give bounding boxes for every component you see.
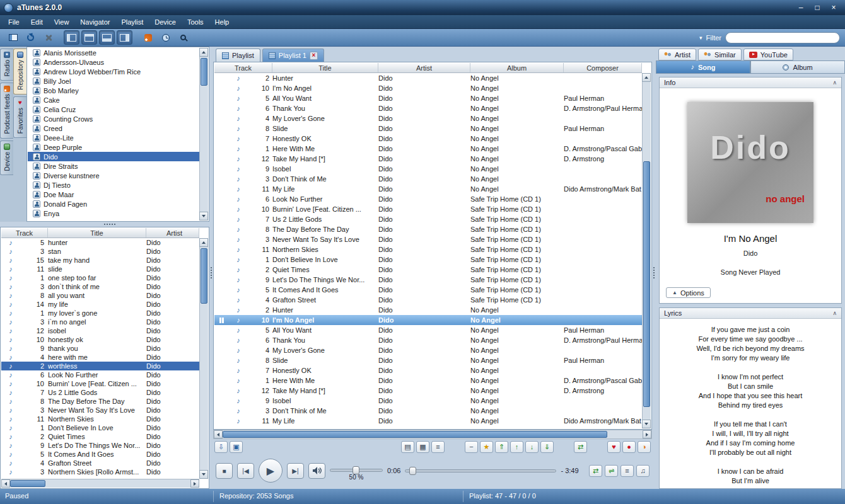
navigation-table-row[interactable]: ♪8all you wantDido xyxy=(1,291,199,300)
navigation-table-row[interactable]: ♪9thank youDido xyxy=(1,344,199,353)
playlist-row[interactable]: ♪12Take My Hand [*]DidoNo AngelD. Armstr… xyxy=(214,154,642,164)
tab-similar[interactable]: Similar xyxy=(698,49,742,60)
scroll-up-button[interactable] xyxy=(199,48,208,57)
minimize-button[interactable]: – xyxy=(793,3,808,13)
navigation-table-row[interactable]: ♪3stanDido xyxy=(1,247,199,256)
scrollbar-thumb[interactable] xyxy=(201,248,207,304)
search-button[interactable] xyxy=(175,30,191,45)
column-header-album[interactable]: Album xyxy=(470,63,564,72)
layout-toggle-context-button[interactable] xyxy=(117,30,132,45)
tab-song[interactable]: ♪ Song xyxy=(656,60,750,74)
move-down-button[interactable]: ↓ xyxy=(525,441,539,453)
playlist-row[interactable]: ♪9IsobelDidoNo Angel xyxy=(214,396,642,406)
column-header-artist[interactable]: Artist xyxy=(378,63,470,72)
playlist-row[interactable]: ♪5All You WantDidoNo AngelPaul Herman xyxy=(214,93,642,103)
artist-tree-item[interactable]: Doe Maar xyxy=(28,190,199,199)
navigation-table-row[interactable]: ♪11Northern SkiesDido xyxy=(1,415,199,423)
stats-button[interactable] xyxy=(158,30,173,45)
navigation-table-row[interactable]: ♪15take my handDido xyxy=(1,256,199,265)
navigation-table-row[interactable]: ♪1one step too farDido xyxy=(1,273,199,282)
playlist-row[interactable]: ♪3Don't Think of MeDidoNo Angel xyxy=(214,406,642,416)
stop-button[interactable]: ■ xyxy=(216,463,233,479)
filter-caret-icon[interactable]: ▾ xyxy=(699,35,702,41)
navigation-table-row[interactable]: ♪12isobelDido xyxy=(1,326,199,335)
layout-toggle-navigator-button[interactable] xyxy=(64,30,79,45)
navigation-table-row[interactable]: ♪10honestly okDido xyxy=(1,335,199,344)
previous-button[interactable]: |◀ xyxy=(237,463,254,479)
playlist-row[interactable]: ♪1Here With MeDidoNo AngelD. Armstrong/P… xyxy=(214,144,642,154)
playlist-row[interactable]: ♪10I'm No AngelDidoNo Angel xyxy=(214,83,642,93)
scrollbar-thumb[interactable] xyxy=(201,58,207,86)
artist-tree-item[interactable]: Deep Purple xyxy=(28,142,199,152)
navigation-table-row[interactable]: ♪10Burnin' Love [Feat. Citizen ...Dido xyxy=(1,379,199,388)
column-header-artist[interactable]: Artist xyxy=(146,228,199,238)
menu-help[interactable]: Help xyxy=(209,16,235,28)
show-playlist-view-button[interactable]: ≡ xyxy=(621,465,634,477)
scroll-down-button[interactable] xyxy=(642,420,651,428)
playlist-row[interactable]: ♪4My Lover's GoneDidoNo Angel xyxy=(214,113,642,123)
navigation-table-row[interactable]: ♪3don`t think of meDido xyxy=(1,282,199,291)
menu-file[interactable]: File xyxy=(3,16,25,28)
navigation-table-row[interactable]: ♪5hunterDido xyxy=(1,238,199,247)
navigation-table-row[interactable]: ♪4Grafton StreetDido xyxy=(1,459,199,467)
love-album-button[interactable]: ◑ xyxy=(638,441,651,453)
tab-artist[interactable]: Artist xyxy=(658,49,696,60)
playlist-row[interactable]: ♪3Don't Think of MeDidoNo Angel xyxy=(214,174,642,184)
artist-tree-item[interactable]: Alanis Morissette xyxy=(28,48,199,57)
playlist-row[interactable]: ♪9IsobelDidoNo Angel xyxy=(214,164,642,174)
navigation-table-row[interactable]: ♪8The Day Before The DayDido xyxy=(1,397,199,406)
playlist-row[interactable]: ♪3Never Want To Say It's LoveDidoSafe Tr… xyxy=(214,234,642,244)
playlist-row[interactable]: ♪10I'm No AngelDidoNo Angel xyxy=(214,315,642,325)
playlist-row[interactable]: ♪6Thank YouDidoNo AngelD. Armstrong/Paul… xyxy=(214,335,642,345)
close-tab-button[interactable]: × xyxy=(310,52,318,60)
favorite-star-button[interactable]: ★ xyxy=(480,441,493,453)
move-to-top-button[interactable]: ⇑ xyxy=(495,441,508,453)
scrollbar-thumb[interactable] xyxy=(10,480,45,487)
navigation-table-horizontal-scrollbar[interactable] xyxy=(1,479,199,488)
scroll-down-button[interactable] xyxy=(199,470,208,479)
playlist-row[interactable]: ♪7Honestly OKDidoNo Angel xyxy=(214,134,642,144)
toggle-navigator-button[interactable] xyxy=(5,30,21,45)
artist-tree-item[interactable]: Bob Marley xyxy=(28,86,199,95)
playlist-row[interactable]: ♪8SlideDidoNo AngelPaul Herman xyxy=(214,123,642,134)
options-button[interactable]: ▲ Options xyxy=(666,287,711,298)
scroll-up-button[interactable] xyxy=(199,238,208,247)
artist-tree-item[interactable]: Billy Joel xyxy=(28,76,199,86)
artist-tree-item[interactable]: Counting Crows xyxy=(28,114,199,123)
playlist-row[interactable]: ♪10Burnin' Love [Feat. Citizen ...DidoSa… xyxy=(214,204,642,214)
progress-knob[interactable] xyxy=(409,467,416,475)
love-song-button[interactable]: ● xyxy=(622,441,636,453)
playlist-row[interactable]: ♪12Take My Hand [*]DidoNo AngelD. Armstr… xyxy=(214,386,642,396)
artist-tree-item[interactable]: Dire Straits xyxy=(28,161,199,171)
move-to-bottom-button[interactable]: ⇓ xyxy=(540,441,554,453)
navigation-table-row[interactable]: ♪6Look No FurtherDido xyxy=(1,370,199,379)
column-header-track[interactable]: Track xyxy=(214,63,272,72)
artist-tree-item[interactable]: Dido xyxy=(28,152,199,161)
menu-device[interactable]: Device xyxy=(149,16,182,28)
artist-tree-item[interactable]: Celia Cruz xyxy=(28,105,199,114)
nav-tab-radio[interactable]: Radio xyxy=(0,49,13,81)
nav-tab-podcast-feeds[interactable]: Podcast feeds xyxy=(0,83,13,138)
column-header-track[interactable]: Track xyxy=(1,228,48,238)
navigation-table-vertical-scrollbar[interactable] xyxy=(199,238,208,479)
nav-tab-repository[interactable]: Repository xyxy=(13,49,26,94)
scrollbar-thumb[interactable] xyxy=(643,161,650,407)
artist-tree-item[interactable]: Cake xyxy=(28,95,199,105)
tab-playlist[interactable]: Playlist xyxy=(216,49,260,62)
repeat-button[interactable]: ⇄ xyxy=(589,465,602,477)
move-up-button[interactable]: ↑ xyxy=(510,441,523,453)
show-cover-button[interactable]: ▤ xyxy=(401,441,414,453)
navigation-table-row[interactable]: ♪3i`m no angelDido xyxy=(1,318,199,326)
navigation-table-row[interactable]: ♪9Let's Do The Things We Nor...Dido xyxy=(1,441,199,450)
navigation-table-row[interactable]: ♪3Never Want To Say It's LoveDido xyxy=(1,406,199,415)
navigation-table-row[interactable]: ♪4here with meDido xyxy=(1,353,199,362)
refresh-repository-button[interactable] xyxy=(23,30,38,45)
navigation-table-row[interactable]: ♪7Us 2 Little GodsDido xyxy=(1,388,199,397)
column-header-title[interactable]: Title xyxy=(272,63,378,72)
artist-tree-item[interactable]: Dj Tiesto xyxy=(28,180,199,190)
navigation-table-row[interactable]: ♪5It Comes And It GoesDido xyxy=(1,450,199,459)
layout-toggle-navigation-table-button[interactable] xyxy=(81,30,97,45)
playlist-row[interactable]: ♪11Northern SkiesDidoSafe Trip Home (CD … xyxy=(214,244,642,255)
next-button[interactable]: ▶| xyxy=(287,463,304,479)
podcast-button[interactable] xyxy=(140,30,156,45)
